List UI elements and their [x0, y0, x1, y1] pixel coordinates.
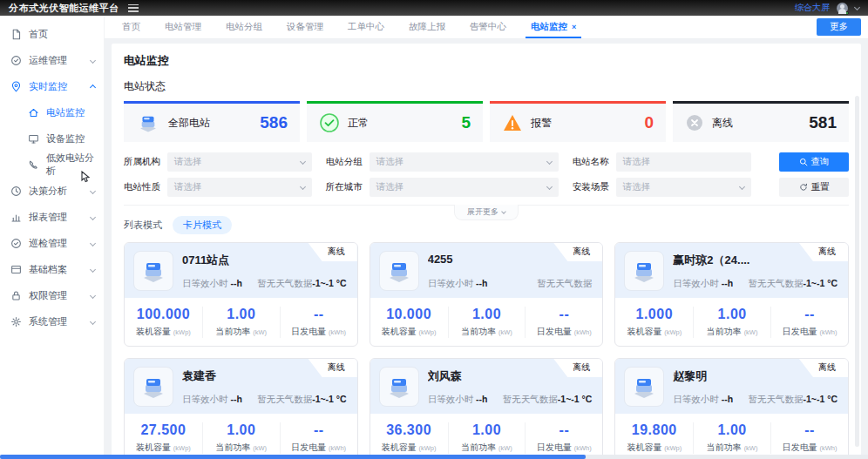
- tab-station-mgmt[interactable]: 电站管理: [153, 16, 214, 38]
- sidebar-item-label: 基础档案: [29, 263, 67, 276]
- card-mode-button[interactable]: 卡片模式: [173, 216, 232, 234]
- monitor-icon: [28, 133, 39, 145]
- sidebar-item-home[interactable]: 首页: [0, 21, 104, 47]
- station-card[interactable]: 离线 赢时琼2（24.... 日等效小时 --h 暂无天气数据-1~-1 °C: [614, 242, 849, 347]
- tab-station-group[interactable]: 电站分组: [214, 16, 275, 38]
- status-label: 报警: [531, 116, 552, 131]
- equiv-hours-label: 日等效小时: [428, 394, 474, 404]
- stat-power: 1.00 当前功率 (kW): [202, 422, 280, 454]
- power-label: 当前功率: [461, 442, 496, 452]
- tab-home[interactable]: 首页: [110, 16, 153, 38]
- tab-workorder-center[interactable]: 工单中心: [336, 16, 397, 38]
- status-card-alarm[interactable]: 报警 0: [490, 101, 666, 142]
- more-button[interactable]: 更多: [817, 18, 861, 36]
- station-name-input[interactable]: 请选择: [616, 152, 751, 172]
- equiv-hours-label: 日等效小时: [182, 394, 228, 404]
- city-select[interactable]: 请选择: [370, 178, 559, 197]
- capacity-value: 10.000: [370, 307, 448, 322]
- status-value: 581: [809, 113, 837, 132]
- sidebar-item-report-mgmt[interactable]: 报表管理: [0, 204, 104, 230]
- vertical-scrollbar[interactable]: [855, 96, 859, 447]
- check-circle-icon: [319, 112, 340, 133]
- power-label: 当前功率: [216, 442, 251, 452]
- stat-capacity: 19.800 装机容量 (kWp): [615, 422, 693, 454]
- refresh-icon: [799, 183, 808, 192]
- horizontal-scrollbar-track[interactable]: [0, 455, 868, 459]
- tab-device-mgmt[interactable]: 设备管理: [275, 16, 336, 38]
- stat-power: 1.00 当前功率 (kW): [448, 307, 526, 338]
- reset-button-label: 重置: [811, 181, 830, 193]
- sidebar-item-inspection-mgmt[interactable]: 巡检管理: [0, 230, 104, 256]
- capacity-value: 100.000: [125, 307, 202, 322]
- chevron-down-icon: [90, 187, 96, 193]
- organization-select[interactable]: 请选择: [167, 152, 312, 172]
- capacity-unit: (kWp): [664, 328, 682, 336]
- sidebar-item-label: 首页: [29, 28, 48, 41]
- install-scene-select[interactable]: 请选择: [616, 178, 751, 197]
- station-nature-select[interactable]: 请选择: [167, 178, 312, 197]
- status-section-title: 电站状态: [124, 79, 849, 94]
- capacity-label: 装机容量: [627, 442, 661, 452]
- big-screen-link[interactable]: 综合大屏: [795, 2, 830, 14]
- sidebar-item-permission-mgmt[interactable]: 权限管理: [0, 282, 104, 308]
- stat-power: 1.00 当前功率 (kW): [202, 307, 280, 338]
- station-icon: [629, 373, 659, 401]
- equiv-hours-value: --h: [722, 394, 733, 404]
- status-card-normal[interactable]: 正常 5: [307, 101, 483, 142]
- horizontal-scrollbar-thumb[interactable]: [0, 455, 586, 459]
- tab-station-monitor[interactable]: 电站监控 ×: [519, 16, 588, 38]
- hamburger-menu-icon[interactable]: [128, 4, 139, 12]
- station-icon: [629, 257, 659, 285]
- filter-field-city: 所在城市 请选择: [326, 178, 559, 197]
- station-card[interactable]: 离线 赵黎明 日等效小时 --h 暂无天气数据-1~-1 °C: [614, 358, 849, 459]
- sidebar-item-decision-analysis[interactable]: 决策分析: [0, 178, 104, 204]
- station-card[interactable]: 离线 刘风森 日等效小时 --h 暂无天气数据-1~-1 °C: [370, 358, 604, 459]
- equiv-hours-value: --h: [476, 394, 487, 404]
- offline-circle-icon: [685, 113, 704, 132]
- temperature-value: -1~-1 °C: [312, 278, 347, 288]
- tab-close-icon[interactable]: ×: [572, 23, 576, 31]
- tab-alarm-center[interactable]: 告警中心: [458, 16, 519, 38]
- energy-label: 日发电量: [783, 327, 817, 336]
- filter-label: 安装场景: [573, 181, 609, 193]
- sidebar-item-system-mgmt[interactable]: 系统管理: [0, 308, 104, 334]
- sidebar-item-realtime-monitor[interactable]: 实时监控: [0, 73, 104, 99]
- file-icon: [10, 29, 22, 40]
- expand-more-button[interactable]: 展开更多: [454, 205, 519, 220]
- user-avatar[interactable]: [837, 3, 848, 14]
- reset-button[interactable]: 重置: [779, 178, 849, 197]
- filter-label: 所在城市: [326, 181, 363, 193]
- status-value: 586: [260, 113, 288, 132]
- query-button[interactable]: 查询: [779, 152, 849, 172]
- status-label: 离线: [712, 116, 733, 131]
- temperature-value: -1~-1 °C: [803, 278, 837, 288]
- chevron-down-icon: [546, 158, 553, 164]
- sidebar-item-device-monitor[interactable]: 设备监控: [0, 125, 104, 152]
- equiv-hours-value: --h: [230, 278, 241, 288]
- station-card[interactable]: 离线 袁建香 日等效小时 --h 暂无天气数据-1~-1 °C: [124, 358, 358, 459]
- energy-unit: (kWh): [329, 444, 346, 452]
- sidebar-item-basic-archive[interactable]: 基础档案: [0, 256, 104, 282]
- sidebar-item-station-monitor[interactable]: 电站监控: [0, 99, 104, 125]
- select-placeholder: 请选择: [174, 181, 202, 193]
- stat-capacity: 27.500 装机容量 (kWp): [125, 422, 202, 454]
- station-icon: [384, 257, 414, 285]
- query-button-label: 查询: [811, 156, 830, 168]
- list-mode-button[interactable]: 列表模式: [124, 219, 162, 232]
- chevron-down-icon[interactable]: [854, 3, 860, 10]
- energy-value: --: [281, 307, 357, 322]
- sidebar-item-ops-mgmt[interactable]: 运维管理: [0, 47, 104, 73]
- status-card-offline[interactable]: 离线 581: [673, 101, 849, 142]
- station-card[interactable]: 离线 4255 日等效小时 --h 暂无天气数据: [370, 242, 604, 347]
- circle-check-icon: [10, 55, 22, 66]
- station-icon-box: [133, 367, 173, 407]
- sidebar-item-low-efficiency-analysis[interactable]: 低效电站分析: [0, 152, 104, 178]
- status-card-all[interactable]: 全部电站 586: [124, 101, 300, 142]
- power-value: 1.00: [203, 422, 280, 438]
- page-title: 电站监控: [124, 53, 849, 69]
- station-card[interactable]: 离线 0711站点 日等效小时 --h 暂无天气数据-1~-1 °C: [124, 242, 358, 347]
- folder-icon: [10, 264, 22, 275]
- tab-fault-report[interactable]: 故障上报: [397, 16, 458, 38]
- station-group-select[interactable]: 请选择: [370, 152, 559, 172]
- capacity-unit: (kWp): [664, 444, 682, 452]
